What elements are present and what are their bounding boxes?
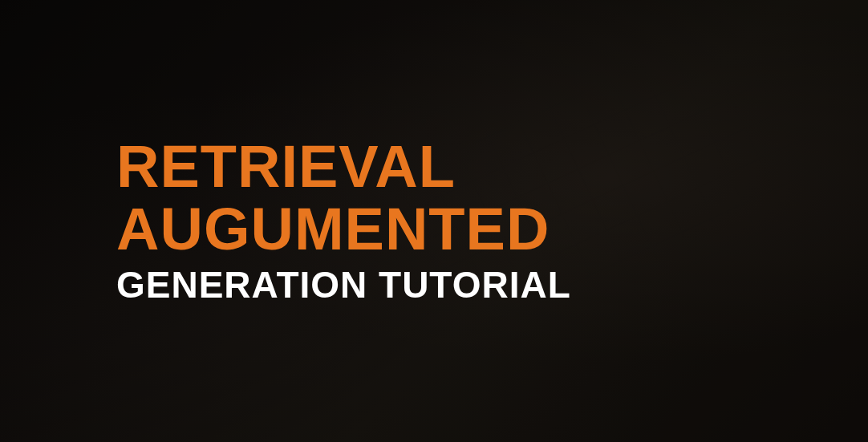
subtitle: GENERATION TUTORIAL (116, 264, 571, 306)
hero-text-block: RETRIEVAL AUGUMENTED GENERATION TUTORIAL (0, 136, 571, 306)
title-line-1: RETRIEVAL (116, 136, 571, 198)
hero-banner: RETRIEVAL AUGUMENTED GENERATION TUTORIAL (0, 0, 868, 442)
title-line-2: AUGUMENTED (116, 198, 571, 261)
